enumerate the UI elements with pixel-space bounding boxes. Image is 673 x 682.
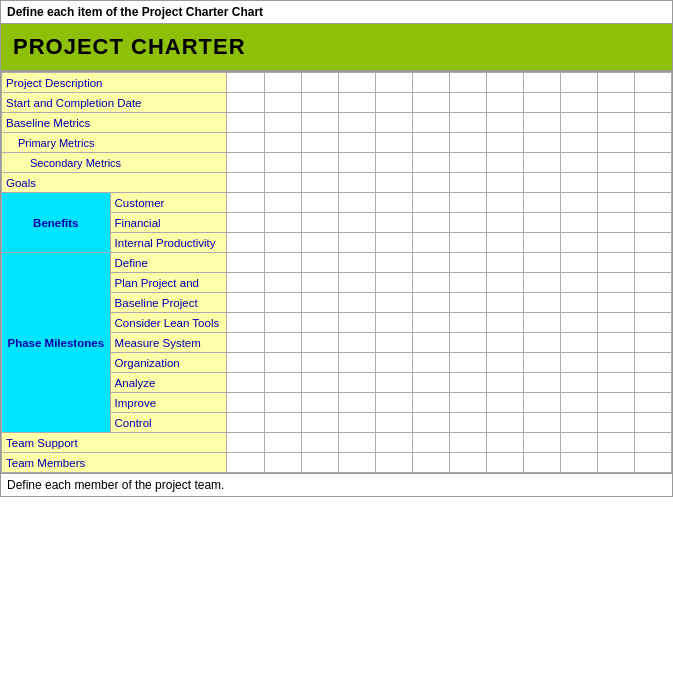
data-cell[interactable] — [412, 433, 449, 453]
data-cell[interactable] — [560, 253, 597, 273]
data-cell[interactable] — [412, 373, 449, 393]
data-cell[interactable] — [412, 153, 449, 173]
data-cell[interactable] — [227, 273, 264, 293]
data-cell[interactable] — [227, 93, 264, 113]
data-cell[interactable] — [264, 253, 301, 273]
data-cell[interactable] — [338, 413, 375, 433]
data-cell[interactable] — [301, 433, 338, 453]
data-cell[interactable] — [449, 113, 486, 133]
data-cell[interactable] — [560, 133, 597, 153]
data-cell[interactable] — [412, 133, 449, 153]
data-cell[interactable] — [449, 153, 486, 173]
data-cell[interactable] — [338, 373, 375, 393]
data-cell[interactable] — [412, 273, 449, 293]
data-cell[interactable] — [301, 213, 338, 233]
data-cell[interactable] — [412, 313, 449, 333]
data-cell[interactable] — [560, 93, 597, 113]
data-cell[interactable] — [301, 453, 338, 473]
data-cell[interactable] — [560, 153, 597, 173]
data-cell[interactable] — [486, 173, 523, 193]
data-cell[interactable] — [412, 233, 449, 253]
data-cell[interactable] — [338, 233, 375, 253]
data-cell[interactable] — [227, 113, 264, 133]
data-cell[interactable] — [264, 73, 301, 93]
data-cell[interactable] — [486, 133, 523, 153]
data-cell[interactable] — [227, 153, 264, 173]
data-cell[interactable] — [597, 233, 634, 253]
data-cell[interactable] — [264, 313, 301, 333]
data-cell[interactable] — [301, 413, 338, 433]
data-cell[interactable] — [560, 293, 597, 313]
data-cell[interactable] — [264, 153, 301, 173]
data-cell[interactable] — [227, 193, 264, 213]
data-cell[interactable] — [597, 213, 634, 233]
data-cell[interactable] — [597, 73, 634, 93]
data-cell[interactable] — [412, 113, 449, 133]
data-cell[interactable] — [375, 193, 412, 213]
data-cell[interactable] — [597, 313, 634, 333]
data-cell[interactable] — [486, 233, 523, 253]
data-cell[interactable] — [486, 253, 523, 273]
data-cell[interactable] — [301, 373, 338, 393]
data-cell[interactable] — [375, 413, 412, 433]
data-cell[interactable] — [560, 113, 597, 133]
data-cell[interactable] — [523, 73, 560, 93]
data-cell[interactable] — [227, 313, 264, 333]
data-cell[interactable] — [523, 433, 560, 453]
data-cell[interactable] — [264, 393, 301, 413]
data-cell[interactable] — [412, 193, 449, 213]
data-cell[interactable] — [634, 393, 671, 413]
data-cell[interactable] — [486, 93, 523, 113]
data-cell[interactable] — [523, 193, 560, 213]
data-cell[interactable] — [449, 193, 486, 213]
data-cell[interactable] — [597, 293, 634, 313]
data-cell[interactable] — [338, 173, 375, 193]
data-cell[interactable] — [486, 213, 523, 233]
data-cell[interactable] — [597, 353, 634, 373]
data-cell[interactable] — [449, 293, 486, 313]
data-cell[interactable] — [597, 133, 634, 153]
data-cell[interactable] — [301, 93, 338, 113]
data-cell[interactable] — [375, 173, 412, 193]
data-cell[interactable] — [301, 253, 338, 273]
data-cell[interactable] — [634, 273, 671, 293]
data-cell[interactable] — [523, 233, 560, 253]
data-cell[interactable] — [227, 133, 264, 153]
data-cell[interactable] — [449, 273, 486, 293]
data-cell[interactable] — [449, 433, 486, 453]
data-cell[interactable] — [264, 273, 301, 293]
data-cell[interactable] — [227, 453, 264, 473]
data-cell[interactable] — [412, 213, 449, 233]
data-cell[interactable] — [375, 93, 412, 113]
data-cell[interactable] — [227, 73, 264, 93]
data-cell[interactable] — [634, 253, 671, 273]
data-cell[interactable] — [634, 413, 671, 433]
data-cell[interactable] — [412, 413, 449, 433]
data-cell[interactable] — [264, 213, 301, 233]
data-cell[interactable] — [264, 433, 301, 453]
data-cell[interactable] — [338, 193, 375, 213]
data-cell[interactable] — [523, 353, 560, 373]
data-cell[interactable] — [449, 353, 486, 373]
data-cell[interactable] — [486, 293, 523, 313]
data-cell[interactable] — [486, 353, 523, 373]
data-cell[interactable] — [264, 233, 301, 253]
data-cell[interactable] — [523, 413, 560, 433]
data-cell[interactable] — [634, 73, 671, 93]
data-cell[interactable] — [634, 113, 671, 133]
data-cell[interactable] — [301, 353, 338, 373]
data-cell[interactable] — [375, 373, 412, 393]
data-cell[interactable] — [375, 333, 412, 353]
data-cell[interactable] — [634, 333, 671, 353]
data-cell[interactable] — [449, 373, 486, 393]
data-cell[interactable] — [634, 93, 671, 113]
data-cell[interactable] — [264, 93, 301, 113]
data-cell[interactable] — [486, 73, 523, 93]
data-cell[interactable] — [486, 113, 523, 133]
data-cell[interactable] — [264, 293, 301, 313]
data-cell[interactable] — [227, 353, 264, 373]
data-cell[interactable] — [486, 333, 523, 353]
data-cell[interactable] — [597, 413, 634, 433]
data-cell[interactable] — [412, 453, 449, 473]
data-cell[interactable] — [560, 453, 597, 473]
